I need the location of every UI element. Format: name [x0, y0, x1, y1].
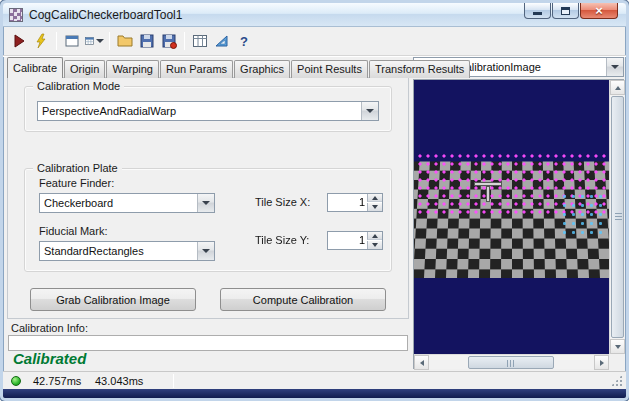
- fiducial-mark-combo[interactable]: StandardRectangles: [39, 241, 215, 261]
- tab-run-params[interactable]: Run Params: [160, 60, 233, 78]
- run-button[interactable]: [8, 30, 30, 52]
- open-button[interactable]: [114, 30, 136, 52]
- feature-finder-combo-arrow[interactable]: [197, 194, 214, 212]
- window-title: CogCalibCheckerboardTool1: [29, 8, 182, 22]
- record-display-button[interactable]: [83, 30, 105, 52]
- image-canvas[interactable]: [414, 80, 609, 354]
- tab-warping[interactable]: Warping: [106, 60, 159, 78]
- compute-calibration-button[interactable]: Compute Calibration: [220, 288, 386, 311]
- fiducial-mark-label: Fiducial Mark:: [39, 225, 107, 237]
- tab-graphics[interactable]: Graphics: [234, 60, 290, 78]
- arrow-left-icon: [420, 360, 424, 366]
- results-button[interactable]: [189, 30, 211, 52]
- tab-transform-results[interactable]: Transform Results: [369, 60, 470, 78]
- tab-origin[interactable]: Origin: [64, 60, 105, 78]
- minimize-icon: [533, 12, 542, 15]
- save-button[interactable]: [136, 30, 158, 52]
- tab-strip: Calibrate Origin Warping Run Params Grap…: [7, 57, 471, 78]
- calibration-status-text: Calibrated: [13, 350, 86, 367]
- feature-finder-combo[interactable]: Checkerboard: [39, 193, 215, 213]
- chevron-down-icon: [202, 201, 210, 205]
- tile-size-x-label: Tile Size X:: [255, 196, 310, 208]
- ruler-triangle-icon: [214, 33, 230, 49]
- close-button[interactable]: ×: [580, 3, 618, 19]
- calibration-info-field[interactable]: [8, 335, 408, 351]
- toolbar-separator: [109, 32, 110, 50]
- save-floppy-icon: [139, 33, 155, 49]
- help-icon: ?: [236, 33, 252, 49]
- scroll-right-button[interactable]: [594, 355, 609, 370]
- calibration-mode-combo[interactable]: PerspectiveAndRadialWarp: [37, 101, 379, 121]
- close-icon: ×: [595, 6, 603, 16]
- calibration-image-display: [413, 79, 624, 369]
- horizontal-scrollbar-thumb[interactable]: [468, 356, 554, 369]
- arrow-right-icon: [600, 360, 604, 366]
- chevron-down-icon: [372, 205, 378, 209]
- current-record-button[interactable]: [61, 30, 83, 52]
- cog-calib-checkerboard-tool-window: CogCalibCheckerboardTool1 ×: [0, 0, 629, 401]
- record-grid-icon: [84, 33, 95, 49]
- scrollbar-corner: [609, 354, 624, 369]
- chevron-down-icon: [202, 249, 210, 253]
- electric-run-button[interactable]: [30, 30, 52, 52]
- tile-size-y-up-button[interactable]: [367, 232, 382, 240]
- calibration-plate-group: Calibration Plate Feature Finder: Checke…: [24, 168, 392, 272]
- image-combo-arrow[interactable]: [606, 58, 623, 76]
- maximize-icon: [561, 7, 570, 15]
- fiducial-mark-combo-arrow[interactable]: [197, 242, 214, 260]
- toolbar-separator: [56, 32, 57, 50]
- arrow-down-icon: [615, 345, 621, 349]
- tab-point-results[interactable]: Point Results: [291, 60, 368, 78]
- tile-size-x-up-button[interactable]: [367, 194, 382, 202]
- scrollbar-grip-icon: [507, 360, 515, 367]
- tile-size-y-value: 1: [330, 234, 365, 246]
- open-folder-icon: [117, 33, 133, 49]
- tile-size-y-down-button[interactable]: [367, 241, 382, 249]
- chevron-down-icon: [611, 65, 619, 69]
- chevron-down-icon: [366, 109, 374, 113]
- scrollbar-grip-icon: [615, 213, 622, 221]
- chevron-up-icon: [372, 234, 378, 238]
- calibration-mode-group: Calibration Mode PerspectiveAndRadialWar…: [24, 86, 392, 132]
- results-grid-icon: [192, 33, 208, 49]
- resize-grip[interactable]: [610, 374, 623, 387]
- calibration-mode-combo-arrow[interactable]: [361, 102, 378, 120]
- app-icon: [9, 8, 23, 22]
- tile-size-y-stepper[interactable]: 1: [327, 231, 383, 250]
- calibration-mode-value: PerspectiveAndRadialWarp: [42, 105, 358, 117]
- save-image-button[interactable]: [158, 30, 180, 52]
- help-button[interactable]: ?: [233, 30, 255, 52]
- tile-size-y-label: Tile Size Y:: [255, 234, 309, 246]
- calibration-mode-label: Calibration Mode: [33, 80, 124, 92]
- tile-size-x-value: 1: [330, 196, 365, 208]
- tab-calibrate[interactable]: Calibrate: [7, 57, 63, 78]
- run-icon: [11, 33, 27, 49]
- window-frame-bottom: [3, 389, 626, 398]
- scroll-left-button[interactable]: [414, 355, 429, 370]
- minimize-button[interactable]: [524, 3, 551, 19]
- tile-size-x-down-button[interactable]: [367, 203, 382, 211]
- maximize-button[interactable]: [552, 3, 579, 19]
- svg-text:?: ?: [240, 34, 248, 49]
- secondary-feature-marks: [560, 192, 606, 236]
- horizontal-scrollbar[interactable]: [414, 354, 609, 369]
- calibration-info-label: Calibration Info:: [11, 322, 88, 334]
- arrow-up-icon: [615, 86, 621, 90]
- status-separator: [173, 374, 174, 388]
- vertical-scrollbar[interactable]: [609, 80, 624, 354]
- lightning-icon: [33, 33, 49, 49]
- record-dropdown-icon: [96, 39, 104, 43]
- units-button[interactable]: [211, 30, 233, 52]
- record-window-icon: [64, 33, 80, 49]
- tile-size-x-stepper[interactable]: 1: [327, 193, 383, 212]
- vertical-scrollbar-thumb[interactable]: [611, 96, 624, 338]
- status-led-icon: [11, 376, 21, 386]
- toolbar-separator: [184, 32, 185, 50]
- window-controls: ×: [523, 3, 618, 19]
- scroll-up-button[interactable]: [610, 80, 625, 95]
- scroll-down-button[interactable]: [610, 339, 625, 354]
- chevron-down-icon: [372, 243, 378, 247]
- grab-calibration-image-button[interactable]: Grab Calibration Image: [30, 288, 196, 311]
- feature-finder-label: Feature Finder:: [39, 177, 114, 189]
- status-bar: 42.757ms 43.043ms: [3, 371, 626, 389]
